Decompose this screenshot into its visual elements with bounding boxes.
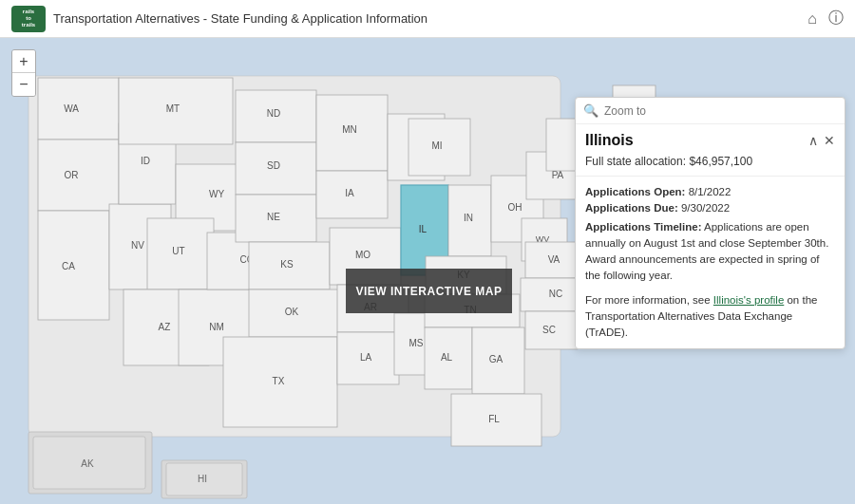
svg-text:AK: AK (81, 458, 94, 469)
svg-text:MN: MN (342, 124, 357, 135)
svg-text:MT: MT (166, 103, 180, 114)
zoom-out-button[interactable]: − (12, 73, 35, 96)
svg-text:CA: CA (62, 261, 75, 271)
svg-text:MS: MS (409, 338, 424, 348)
state-info-popup: 🔍 Illinois ∧ ✕ Full state allocation: $4… (575, 97, 846, 349)
info-icon[interactable]: ⓘ (828, 9, 844, 28)
logo: railstotrails (11, 6, 46, 32)
allocation-label: Full state allocation: (585, 155, 686, 168)
view-map-label: VIEW INTERACTIVE MAP (355, 285, 502, 298)
popup-collapse-button[interactable]: ∧ (808, 133, 818, 148)
app-header: railstotrails Transportation Alternative… (0, 0, 855, 38)
page-title: Transportation Alternatives - State Fund… (53, 11, 428, 26)
svg-text:IN: IN (464, 213, 473, 223)
popup-search-bar[interactable]: 🔍 (576, 98, 845, 124)
popup-allocation: Full state allocation: $46,957,100 (576, 153, 845, 177)
svg-text:IA: IA (345, 188, 354, 198)
header-icons: ⌂ ⓘ (808, 9, 844, 28)
svg-text:FL: FL (488, 414, 500, 424)
svg-text:AL: AL (441, 352, 453, 363)
header-left: railstotrails Transportation Alternative… (11, 6, 428, 32)
svg-text:VA: VA (548, 254, 560, 265)
popup-body: Applications Open: 8/1/2022 Applications… (576, 177, 845, 348)
search-icon: 🔍 (583, 103, 598, 118)
svg-text:TX: TX (273, 376, 285, 386)
svg-text:OK: OK (285, 307, 299, 317)
svg-text:NV: NV (131, 240, 144, 251)
zoom-in-button[interactable]: + (12, 50, 35, 73)
svg-text:SD: SD (267, 160, 280, 171)
svg-text:OR: OR (65, 170, 79, 180)
timeline-label: Applications Timeline: (585, 221, 701, 233)
svg-text:WA: WA (64, 103, 79, 114)
svg-text:MI: MI (431, 140, 442, 151)
svg-text:OH: OH (508, 202, 522, 213)
allocation-value: $46,957,100 (689, 155, 752, 168)
home-icon[interactable]: ⌂ (808, 10, 817, 28)
map-container: WA OR CA NV ID MT WY UT AZ NM (0, 38, 855, 504)
svg-text:MO: MO (355, 250, 370, 260)
svg-text:ND: ND (267, 108, 280, 119)
more-info-prefix: For more information, see (585, 294, 713, 306)
svg-text:NM: NM (209, 322, 224, 332)
apps-open-label: Applications Open: (585, 186, 685, 197)
svg-text:SC: SC (542, 325, 556, 335)
svg-text:PA: PA (552, 170, 564, 180)
zoom-controls: + − (11, 49, 36, 97)
svg-text:KS: KS (280, 259, 294, 270)
apps-due-label: Applications Due: (585, 202, 678, 214)
popup-header: Illinois ∧ ✕ (576, 124, 845, 153)
apps-open-value: 8/1/2022 (689, 186, 732, 197)
svg-text:NC: NC (549, 289, 562, 299)
svg-text:HI: HI (198, 474, 207, 484)
more-info-field: For more information, see Illinois's pro… (585, 292, 835, 342)
popup-controls: ∧ ✕ (808, 133, 835, 148)
apps-due-value: 9/30/2022 (681, 202, 730, 214)
zoom-to-input[interactable] (604, 104, 837, 118)
popup-close-button[interactable]: ✕ (824, 133, 835, 148)
view-interactive-map-button[interactable]: VIEW INTERACTIVE MAP (346, 269, 512, 313)
svg-rect-3 (38, 140, 119, 211)
svg-text:GA: GA (489, 354, 504, 364)
svg-text:IL: IL (419, 224, 428, 234)
svg-text:LA: LA (360, 352, 372, 363)
svg-text:AZ: AZ (159, 322, 171, 332)
svg-text:UT: UT (172, 246, 184, 256)
svg-text:WY: WY (209, 189, 224, 199)
svg-text:NE: NE (267, 212, 280, 222)
svg-text:ID: ID (141, 156, 150, 166)
apps-timeline-field: Applications Timeline: Applications are … (585, 219, 835, 285)
illinois-profile-link[interactable]: Illinois's profile (713, 294, 784, 306)
apps-due-field: Applications Due: 9/30/2022 (585, 200, 835, 216)
state-name: Illinois (585, 132, 634, 149)
apps-open-field: Applications Open: 8/1/2022 (585, 184, 835, 200)
